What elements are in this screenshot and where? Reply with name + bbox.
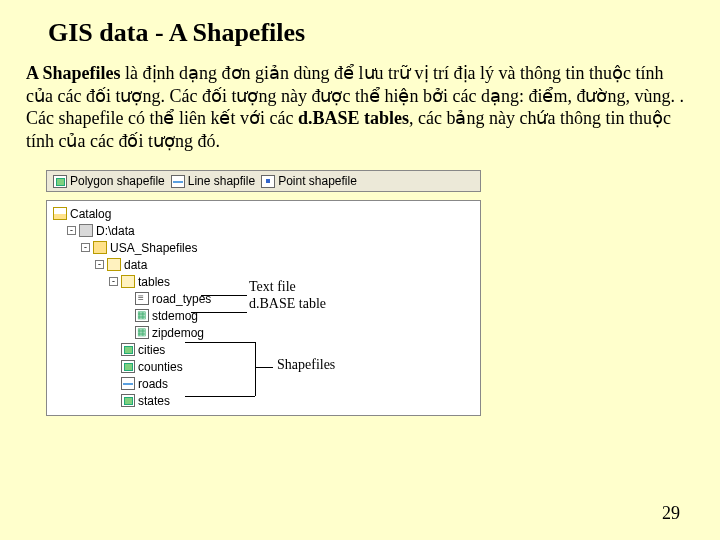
toggle-spacer: - xyxy=(109,345,118,354)
toggle-spacer: - xyxy=(109,396,118,405)
annotation-dbase: d.BASE table xyxy=(249,296,326,312)
collapse-toggle-icon[interactable]: - xyxy=(109,277,118,286)
toolbar-entry-point[interactable]: Point shapefile xyxy=(261,174,357,188)
toolbar-entry-line[interactable]: Line shapfile xyxy=(171,174,255,188)
dbase-table-icon xyxy=(135,326,149,339)
line-shapefile-icon xyxy=(171,175,185,188)
catalog-label: Catalog xyxy=(70,207,111,221)
toggle-spacer: - xyxy=(109,379,118,388)
tree-node-shp-roads[interactable]: - roads xyxy=(53,375,474,392)
tree-node-drive[interactable]: - D:\data xyxy=(53,222,474,239)
file-label: stdemog xyxy=(152,309,198,323)
folder-label: USA_Shapefiles xyxy=(110,241,197,255)
text-file-icon xyxy=(135,292,149,305)
point-shapefile-icon xyxy=(261,175,275,188)
folder-open-icon xyxy=(121,275,135,288)
shapefile-type-toolbar: Polygon shapefile Line shapfile Point sh… xyxy=(46,170,481,192)
lead-term: A Shapefiles xyxy=(26,63,121,83)
tree-node-folder-usa[interactable]: - USA_Shapefiles xyxy=(53,239,474,256)
tree-node-dbf-zipdemog[interactable]: - zipdemog xyxy=(53,324,474,341)
collapse-toggle-icon[interactable]: - xyxy=(67,226,76,235)
polygon-shapefile-icon xyxy=(121,394,135,407)
file-label: states xyxy=(138,394,170,408)
callout-bracket-bottom xyxy=(185,396,255,397)
folder-open-icon xyxy=(107,258,121,271)
drive-label: D:\data xyxy=(96,224,135,238)
polygon-shapefile-icon xyxy=(121,360,135,373)
folder-icon xyxy=(93,241,107,254)
dbase-table-icon xyxy=(135,309,149,322)
point-label: Point shapefile xyxy=(278,174,357,188)
annotation-textfile: Text file xyxy=(249,279,296,295)
folder-label: data xyxy=(124,258,147,272)
file-label: zipdemog xyxy=(152,326,204,340)
annotation-shapefiles: Shapefiles xyxy=(277,357,335,373)
page-title: GIS data - A Shapefiles xyxy=(48,18,694,48)
toggle-spacer: - xyxy=(109,362,118,371)
page-number: 29 xyxy=(662,503,680,524)
callout-line xyxy=(191,312,247,313)
toolbar-entry-polygon[interactable]: Polygon shapefile xyxy=(53,174,165,188)
callout-bracket-top xyxy=(185,342,255,343)
folder-label: tables xyxy=(138,275,170,289)
polygon-label: Polygon shapefile xyxy=(70,174,165,188)
tree-node-shp-cities[interactable]: - cities xyxy=(53,341,474,358)
collapse-toggle-icon[interactable]: - xyxy=(81,243,90,252)
catalog-tree: Catalog - D:\data - USA_Shapefiles - dat… xyxy=(46,200,481,416)
tree-node-folder-data[interactable]: - data xyxy=(53,256,474,273)
toggle-spacer: - xyxy=(123,311,132,320)
line-shapefile-icon xyxy=(121,377,135,390)
file-label: road_types xyxy=(152,292,211,306)
tree-node-catalog[interactable]: Catalog xyxy=(53,205,474,222)
callout-bracket-lead xyxy=(255,367,273,368)
callout-bracket-side xyxy=(255,342,256,396)
tree-node-shp-states[interactable]: - states xyxy=(53,392,474,409)
collapse-toggle-icon[interactable]: - xyxy=(95,260,104,269)
catalog-icon xyxy=(53,207,67,220)
callout-line xyxy=(201,295,247,296)
line-label: Line shapfile xyxy=(188,174,255,188)
file-label: cities xyxy=(138,343,165,357)
toggle-spacer: - xyxy=(123,328,132,337)
polygon-shapefile-icon xyxy=(53,175,67,188)
intro-paragraph: A Shapefiles là định dạng đơn giản dùng … xyxy=(26,62,692,152)
polygon-shapefile-icon xyxy=(121,343,135,356)
dbase-term: d.BASE tables xyxy=(298,108,409,128)
file-label: roads xyxy=(138,377,168,391)
file-label: counties xyxy=(138,360,183,374)
drive-icon xyxy=(79,224,93,237)
toggle-spacer: - xyxy=(123,294,132,303)
